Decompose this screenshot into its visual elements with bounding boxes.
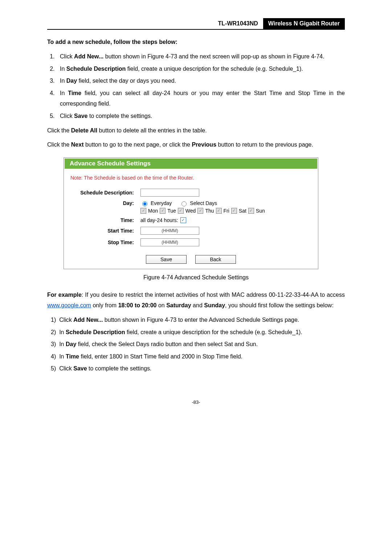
all-day-label: all day-24 hours: <box>140 217 178 223</box>
figure-note: Note: The Schedule is based on the time … <box>70 175 311 181</box>
steps-list: Click Add New... button shown in Figure … <box>47 51 345 122</box>
radio-select-days[interactable] <box>181 201 187 206</box>
header-model: TL-WR1043ND <box>213 18 263 29</box>
checkbox-sun[interactable]: ✓ <box>248 208 254 214</box>
radio-everyday-label: Everyday <box>151 200 172 206</box>
checkbox-mon[interactable]: ✓ <box>140 208 146 214</box>
checkbox-sat[interactable]: ✓ <box>231 208 237 214</box>
step-item: In Time field, you can select all day-24… <box>56 88 345 109</box>
days-row: ✓Mon ✓Tue ✓Wed ✓Thu ✓Fri ✓Sat ✓Sun <box>70 208 311 214</box>
label-time: Time: <box>70 217 140 223</box>
radio-select-days-label: Select Days <box>190 200 217 206</box>
stop-time-input[interactable]: (HHMM) <box>140 238 199 246</box>
checkbox-tue[interactable]: ✓ <box>160 208 166 214</box>
delete-all-text: Click the Delete All button to delete al… <box>47 125 345 136</box>
step-item: 2) In Schedule Description field, create… <box>47 327 345 338</box>
radio-everyday[interactable] <box>142 201 147 206</box>
step-item: 1) Click Add New... button shown in Figu… <box>47 315 345 325</box>
section-heading: To add a new schedule, follow the steps … <box>47 39 345 45</box>
label-day: Day: <box>70 200 140 206</box>
step-item: Click Save to complete the settings. <box>56 111 345 122</box>
label-stop-time: Stop Time: <box>70 239 140 245</box>
schedule-description-input[interactable] <box>140 189 199 197</box>
next-prev-text: Click the Next button to go to the next … <box>47 139 345 150</box>
step-item: 3) In Day field, check the Select Days r… <box>47 339 345 350</box>
save-button[interactable]: Save <box>146 255 187 264</box>
checkbox-fri[interactable]: ✓ <box>216 208 222 214</box>
header-product: Wireless N Gigabit Router <box>263 18 345 29</box>
label-start-time: Start Time: <box>70 228 140 234</box>
checkbox-wed[interactable]: ✓ <box>178 208 184 214</box>
start-time-input[interactable]: (HHMM) <box>140 227 199 235</box>
label-description: Schedule Description: <box>70 190 140 196</box>
example-text: For example: If you desire to restrict t… <box>47 290 345 311</box>
page-header: TL-WR1043ND Wireless N Gigabit Router <box>47 18 345 30</box>
step-item: Click Add New... button shown in Figure … <box>56 51 345 62</box>
step-item: 5) Click Save to complete the settings. <box>47 363 345 374</box>
checkbox-thu[interactable]: ✓ <box>197 208 203 214</box>
step-item: In Day field, select the day or days you… <box>56 75 345 86</box>
step-item: In Schedule Description field, create a … <box>56 63 345 74</box>
back-button[interactable]: Back <box>195 255 236 264</box>
step-item: 4) In Time field, enter 1800 in Start Ti… <box>47 351 345 362</box>
example-steps: 1) Click Add New... button shown in Figu… <box>47 315 345 374</box>
google-link[interactable]: www.google.com <box>47 302 91 308</box>
figure-panel: Advance Schedule Settings Note: The Sche… <box>64 157 318 269</box>
figure-caption: Figure 4-74 Advanced Schedule Settings <box>47 274 345 281</box>
page-number: -83- <box>47 399 345 405</box>
checkbox-all-day[interactable]: ✓ <box>180 217 186 223</box>
figure-title: Advance Schedule Settings <box>65 159 317 169</box>
